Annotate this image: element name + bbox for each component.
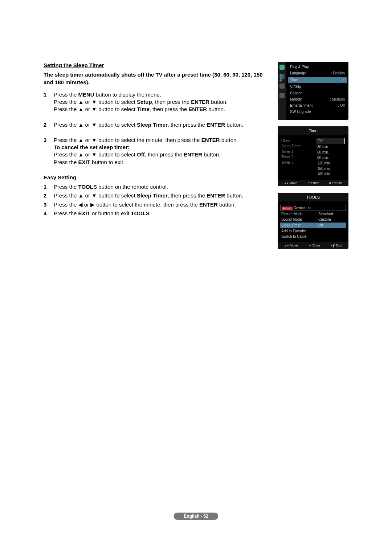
step-text: Press the or button to select Sleep Time… xyxy=(54,121,267,129)
tools-footer: Move Enter Exit xyxy=(278,242,348,249)
menu-item: V-Chip xyxy=(290,84,345,90)
time-menu-screenshot: Time ClockSleep TimerTimer 1Timer 2Timer… xyxy=(278,126,348,186)
menu-item: Caption xyxy=(290,90,345,96)
menu-item: Plug & Play xyxy=(290,64,345,70)
step-number: 1 xyxy=(44,183,50,191)
step: 3Press the or button to select the minut… xyxy=(44,136,267,166)
menu-footer: Move Enter Return xyxy=(278,180,348,186)
easy-step: 1Press the TOOLS button on the remote co… xyxy=(44,183,267,191)
tools-item: Picture Mode:Standard xyxy=(281,211,345,217)
sleep-timer-options: Off30 min.60 min.90 min.120 min.150 min.… xyxy=(316,138,345,177)
menu-item: SW Upgrade xyxy=(290,109,345,115)
setup-tab-label: Setup xyxy=(279,74,283,82)
step-number: 2 xyxy=(44,192,50,199)
main-steps: 1Press the MENU button to display the me… xyxy=(44,91,267,166)
tools-item: Anynet+Device List xyxy=(280,205,346,211)
timer-option: 30 min. xyxy=(316,144,345,150)
timer-option: Off xyxy=(316,138,345,144)
step-text: Press the or button to select Sleep Time… xyxy=(54,192,267,199)
tools-item: Sleep Timer:Off xyxy=(280,223,346,228)
time-label: Timer 2 xyxy=(281,154,316,160)
step-text: Press the EXIT or button to exit.TOOLS xyxy=(54,210,267,217)
step-text: Press the or button to select the minute… xyxy=(54,201,267,208)
intro-text: The sleep timer automatically shuts off … xyxy=(44,71,267,86)
time-label: Sleep Timer xyxy=(281,143,316,149)
timer-option: 60 min. xyxy=(316,150,345,155)
page-content: Setting the Sleep Timer The sleep timer … xyxy=(44,62,348,255)
menu-item: Melody: Medium xyxy=(290,96,345,102)
easy-step: 2Press the or button to select Sleep Tim… xyxy=(44,192,267,199)
timer-option: 150 min. xyxy=(316,166,345,171)
enter-hint: Enter xyxy=(307,181,319,185)
step-number: 1 xyxy=(44,91,50,113)
time-menu-labels: ClockSleep TimerTimer 1Timer 2Timer 3 xyxy=(281,138,316,177)
instructions-column: Setting the Sleep Timer The sleep timer … xyxy=(44,62,267,255)
step-number: 4 xyxy=(44,210,50,217)
time-menu-title: Time xyxy=(278,126,348,135)
timer-option: 90 min. xyxy=(316,155,345,160)
tools-items: Anynet+Device ListPicture Mode:StandardS… xyxy=(278,201,348,242)
step-text: Press the MENU button to display the men… xyxy=(54,91,267,113)
easy-steps: 1Press the TOOLS button on the remote co… xyxy=(44,183,267,217)
enter-hint: Enter xyxy=(309,244,320,247)
tools-menu-screenshot: TOOLS Anynet+Device ListPicture Mode:Sta… xyxy=(278,193,348,249)
step-text: Press the or button to select the minute… xyxy=(54,136,267,166)
time-label: Clock xyxy=(281,138,316,143)
step: 2Press the or button to select Sleep Tim… xyxy=(44,121,267,129)
easy-step: 4Press the EXIT or button to exit.TOOLS xyxy=(44,210,267,217)
menu-item: Entertainment: Off xyxy=(290,102,345,109)
move-hint: Move xyxy=(285,244,298,247)
timer-option: 120 min. xyxy=(316,160,345,166)
screenshots-column: Setup Plug & PlayLanguage: EnglishTimeV-… xyxy=(278,62,348,255)
tools-title: TOOLS xyxy=(278,193,348,201)
time-label: Timer 1 xyxy=(281,149,316,154)
timer-option: 180 min. xyxy=(316,171,345,177)
setup-menu-items: Plug & PlayLanguage: EnglishTimeV-ChipCa… xyxy=(286,62,348,120)
page-footer: English - 52 xyxy=(173,513,218,520)
menu-tabs: Setup xyxy=(278,62,286,120)
move-hint: Move xyxy=(284,181,297,185)
tools-item: Add to Favorite xyxy=(281,228,345,234)
step-number: 3 xyxy=(44,201,50,208)
step-number: 2 xyxy=(44,121,50,129)
easy-setting-title: Easy Setting xyxy=(44,174,267,181)
return-hint: Return xyxy=(328,181,342,185)
step-text: Press the TOOLS button on the remote con… xyxy=(54,183,267,191)
exit-hint: Exit xyxy=(331,244,342,247)
step-number: 3 xyxy=(44,136,50,166)
tools-item: Switch to Cable xyxy=(281,234,345,239)
section-title: Setting the Sleep Timer xyxy=(44,62,267,69)
step: 1Press the MENU button to display the me… xyxy=(44,91,267,113)
time-label: Timer 3 xyxy=(281,160,316,165)
tools-item: Sound Mode:Custom xyxy=(281,217,345,222)
menu-item: Time xyxy=(288,77,347,83)
setup-menu-screenshot: Setup Plug & PlayLanguage: EnglishTimeV-… xyxy=(278,62,348,120)
easy-step: 3Press the or button to select the minut… xyxy=(44,201,267,208)
menu-item: Language: English xyxy=(290,70,345,76)
